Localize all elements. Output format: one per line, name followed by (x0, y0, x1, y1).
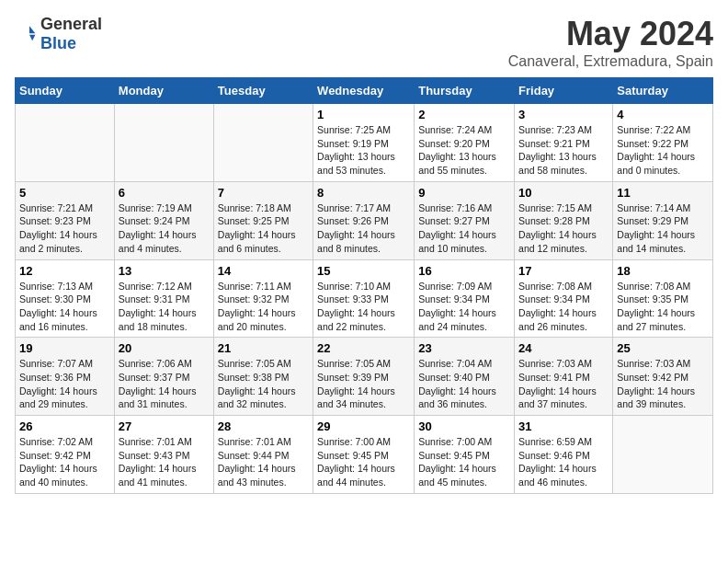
logo-icon (15, 23, 37, 45)
day-number: 25 (617, 341, 709, 355)
calendar-cell: 25Sunrise: 7:03 AM Sunset: 9:42 PM Dayli… (613, 338, 713, 416)
logo: General Blue (15, 15, 102, 53)
day-number: 18 (617, 264, 709, 278)
day-number: 24 (518, 341, 609, 355)
weekday-header: Wednesday (313, 78, 415, 104)
day-info: Sunrise: 7:22 AM Sunset: 9:22 PM Dayligh… (617, 123, 709, 178)
calendar-cell: 22Sunrise: 7:05 AM Sunset: 9:39 PM Dayli… (313, 338, 415, 416)
calendar-body: 1Sunrise: 7:25 AM Sunset: 9:19 PM Daylig… (16, 104, 713, 494)
calendar-cell: 21Sunrise: 7:05 AM Sunset: 9:38 PM Dayli… (213, 338, 313, 416)
calendar-cell: 24Sunrise: 7:03 AM Sunset: 9:41 PM Dayli… (515, 338, 613, 416)
svg-marker-1 (29, 35, 35, 40)
calendar-cell: 8Sunrise: 7:17 AM Sunset: 9:26 PM Daylig… (313, 181, 415, 259)
day-number: 6 (119, 186, 210, 200)
location-title: Canaveral, Extremadura, Spain (508, 53, 713, 70)
calendar-cell: 7Sunrise: 7:18 AM Sunset: 9:25 PM Daylig… (213, 181, 313, 259)
day-number: 14 (218, 264, 309, 278)
calendar-week-row: 12Sunrise: 7:13 AM Sunset: 9:30 PM Dayli… (16, 259, 713, 338)
logo-general: General (40, 15, 102, 33)
weekday-header: Thursday (415, 78, 515, 104)
day-info: Sunrise: 6:59 AM Sunset: 9:46 PM Dayligh… (518, 435, 609, 489)
calendar-cell: 17Sunrise: 7:08 AM Sunset: 9:34 PM Dayli… (515, 259, 613, 338)
calendar-cell: 27Sunrise: 7:01 AM Sunset: 9:43 PM Dayli… (114, 416, 213, 494)
calendar-cell (613, 416, 713, 494)
calendar-cell: 13Sunrise: 7:12 AM Sunset: 9:31 PM Dayli… (114, 259, 213, 338)
day-info: Sunrise: 7:07 AM Sunset: 9:36 PM Dayligh… (19, 357, 110, 411)
day-info: Sunrise: 7:17 AM Sunset: 9:26 PM Dayligh… (317, 201, 410, 256)
day-info: Sunrise: 7:16 AM Sunset: 9:27 PM Dayligh… (418, 201, 510, 256)
month-title: May 2024 (508, 15, 713, 53)
day-number: 13 (119, 264, 210, 278)
calendar-cell: 3Sunrise: 7:23 AM Sunset: 9:21 PM Daylig… (515, 104, 613, 182)
day-number: 7 (218, 186, 309, 200)
day-info: Sunrise: 7:08 AM Sunset: 9:35 PM Dayligh… (617, 280, 709, 334)
day-info: Sunrise: 7:23 AM Sunset: 9:21 PM Dayligh… (518, 123, 609, 178)
logo-blue: Blue (40, 34, 76, 52)
day-number: 8 (317, 186, 410, 200)
day-info: Sunrise: 7:25 AM Sunset: 9:19 PM Dayligh… (317, 123, 410, 178)
day-info: Sunrise: 7:06 AM Sunset: 9:37 PM Dayligh… (119, 357, 210, 411)
day-info: Sunrise: 7:24 AM Sunset: 9:20 PM Dayligh… (418, 123, 510, 178)
day-number: 21 (218, 341, 309, 355)
day-info: Sunrise: 7:10 AM Sunset: 9:33 PM Dayligh… (317, 280, 410, 334)
day-number: 26 (19, 419, 110, 433)
day-info: Sunrise: 7:03 AM Sunset: 9:41 PM Dayligh… (518, 357, 609, 411)
day-info: Sunrise: 7:08 AM Sunset: 9:34 PM Dayligh… (518, 280, 609, 334)
day-info: Sunrise: 7:01 AM Sunset: 9:44 PM Dayligh… (218, 435, 309, 489)
calendar-cell: 4Sunrise: 7:22 AM Sunset: 9:22 PM Daylig… (613, 104, 713, 182)
calendar-cell: 10Sunrise: 7:15 AM Sunset: 9:28 PM Dayli… (515, 181, 613, 259)
calendar-cell: 19Sunrise: 7:07 AM Sunset: 9:36 PM Dayli… (16, 338, 115, 416)
page-header: General Blue May 2024 Canaveral, Extrema… (15, 15, 713, 70)
calendar-cell: 30Sunrise: 7:00 AM Sunset: 9:45 PM Dayli… (415, 416, 515, 494)
calendar-cell (16, 104, 115, 182)
day-number: 1 (317, 108, 410, 121)
day-info: Sunrise: 7:19 AM Sunset: 9:24 PM Dayligh… (119, 201, 210, 256)
day-number: 5 (19, 186, 110, 200)
day-number: 29 (317, 419, 410, 433)
day-number: 15 (317, 264, 410, 278)
weekday-row: SundayMondayTuesdayWednesdayThursdayFrid… (16, 78, 713, 104)
weekday-header: Sunday (16, 78, 115, 104)
day-info: Sunrise: 7:12 AM Sunset: 9:31 PM Dayligh… (119, 280, 210, 334)
day-number: 10 (518, 186, 609, 200)
calendar-cell: 1Sunrise: 7:25 AM Sunset: 9:19 PM Daylig… (313, 104, 415, 182)
day-number: 27 (119, 419, 210, 433)
day-info: Sunrise: 7:03 AM Sunset: 9:42 PM Dayligh… (617, 357, 709, 411)
svg-marker-0 (29, 26, 35, 33)
calendar-cell: 23Sunrise: 7:04 AM Sunset: 9:40 PM Dayli… (415, 338, 515, 416)
calendar-cell: 14Sunrise: 7:11 AM Sunset: 9:32 PM Dayli… (213, 259, 313, 338)
day-number: 4 (617, 108, 709, 121)
day-number: 17 (518, 264, 609, 278)
day-info: Sunrise: 7:14 AM Sunset: 9:29 PM Dayligh… (617, 201, 709, 256)
calendar-cell: 20Sunrise: 7:06 AM Sunset: 9:37 PM Dayli… (114, 338, 213, 416)
day-info: Sunrise: 7:04 AM Sunset: 9:40 PM Dayligh… (418, 357, 510, 411)
day-number: 2 (418, 108, 510, 121)
calendar-cell: 26Sunrise: 7:02 AM Sunset: 9:42 PM Dayli… (16, 416, 115, 494)
title-block: May 2024 Canaveral, Extremadura, Spain (508, 15, 713, 70)
calendar-week-row: 5Sunrise: 7:21 AM Sunset: 9:23 PM Daylig… (16, 181, 713, 259)
weekday-header: Friday (515, 78, 613, 104)
calendar-cell: 9Sunrise: 7:16 AM Sunset: 9:27 PM Daylig… (415, 181, 515, 259)
calendar-cell: 6Sunrise: 7:19 AM Sunset: 9:24 PM Daylig… (114, 181, 213, 259)
weekday-header: Monday (114, 78, 213, 104)
day-info: Sunrise: 7:15 AM Sunset: 9:28 PM Dayligh… (518, 201, 609, 256)
weekday-header: Saturday (613, 78, 713, 104)
day-number: 12 (19, 264, 110, 278)
day-number: 28 (218, 419, 309, 433)
day-number: 20 (119, 341, 210, 355)
day-info: Sunrise: 7:11 AM Sunset: 9:32 PM Dayligh… (218, 280, 309, 334)
day-info: Sunrise: 7:02 AM Sunset: 9:42 PM Dayligh… (19, 435, 110, 489)
day-info: Sunrise: 7:00 AM Sunset: 9:45 PM Dayligh… (418, 435, 510, 489)
day-number: 22 (317, 341, 410, 355)
day-info: Sunrise: 7:05 AM Sunset: 9:38 PM Dayligh… (218, 357, 309, 411)
weekday-header: Tuesday (213, 78, 313, 104)
logo-text: General Blue (40, 15, 102, 53)
calendar-cell: 5Sunrise: 7:21 AM Sunset: 9:23 PM Daylig… (16, 181, 115, 259)
calendar-cell: 2Sunrise: 7:24 AM Sunset: 9:20 PM Daylig… (415, 104, 515, 182)
day-number: 3 (518, 108, 609, 121)
calendar-cell: 11Sunrise: 7:14 AM Sunset: 9:29 PM Dayli… (613, 181, 713, 259)
calendar-week-row: 26Sunrise: 7:02 AM Sunset: 9:42 PM Dayli… (16, 416, 713, 494)
calendar-table: SundayMondayTuesdayWednesdayThursdayFrid… (15, 77, 713, 494)
day-number: 16 (418, 264, 510, 278)
day-number: 31 (518, 419, 609, 433)
